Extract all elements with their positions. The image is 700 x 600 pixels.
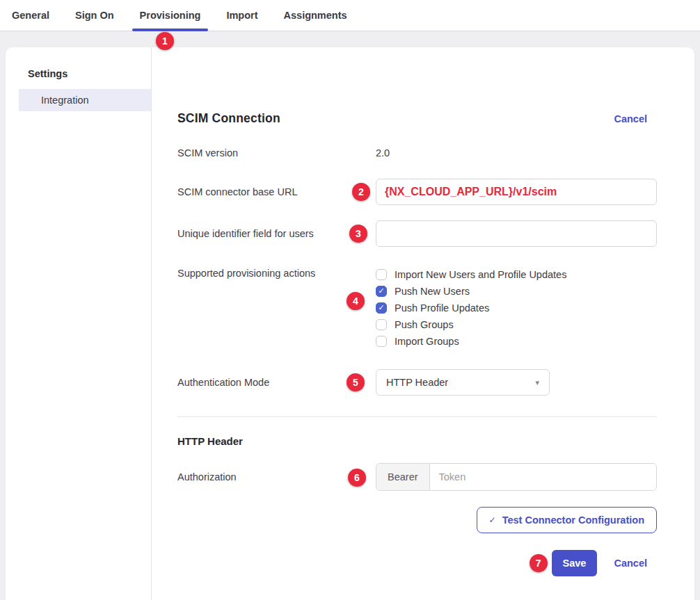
scim-version-value: 2.0 — [376, 147, 390, 159]
checkbox-option-push-new-users[interactable]: Push New Users — [376, 283, 657, 300]
provisioning-actions-list: Import New Users and Profile Updates Pus… — [376, 266, 657, 350]
tab-sign-on[interactable]: Sign On — [75, 0, 114, 31]
token-input[interactable] — [430, 464, 656, 490]
http-header-section-title: HTTP Header — [177, 435, 657, 447]
checkbox-label: Import New Users and Profile Updates — [395, 269, 566, 280]
sidebar: Settings Integration — [6, 47, 152, 600]
annotation-badge-3: 3 — [349, 225, 367, 243]
base-url-input[interactable] — [376, 179, 657, 205]
checkbox-option-import-new-users-and-profile-updates[interactable]: Import New Users and Profile Updates — [376, 266, 657, 283]
checkbox-label: Push Groups — [395, 319, 454, 330]
unique-id-label: Unique identifier field for users — [177, 228, 376, 239]
tab-general[interactable]: General — [12, 0, 49, 31]
checkbox-option-import-groups[interactable]: Import Groups — [376, 333, 657, 350]
annotation-badge-5: 5 — [347, 373, 365, 391]
tab-label: Provisioning — [140, 10, 201, 21]
header-cancel-link[interactable]: Cancel — [614, 113, 647, 124]
app-tab-bar: General Sign On Provisioning Import Assi… — [0, 0, 700, 31]
bearer-prefix-label: Bearer — [376, 464, 430, 490]
test-connector-button-label: Test Connector Configuration — [502, 514, 644, 526]
settings-card: Settings Integration SCIM Connection Can… — [6, 47, 694, 600]
tab-assignments[interactable]: Assignments — [284, 0, 347, 31]
sidebar-section-heading: Settings — [6, 68, 151, 89]
tab-label: Assignments — [284, 10, 347, 21]
checkbox-label: Push New Users — [395, 286, 470, 297]
sidebar-item-integration[interactable]: Integration — [19, 89, 151, 111]
scim-version-label: SCIM version — [177, 147, 376, 159]
test-connector-configuration-button[interactable]: ✓ Test Connector Configuration — [477, 507, 657, 533]
page-title: SCIM Connection — [177, 111, 280, 126]
checkbox[interactable] — [376, 302, 387, 314]
checkbox[interactable] — [376, 269, 387, 280]
tab-provisioning[interactable]: Provisioning — [140, 0, 201, 31]
unique-id-input[interactable] — [376, 220, 657, 247]
tab-label: General — [12, 10, 49, 21]
checkbox[interactable] — [376, 336, 387, 347]
sidebar-list: Integration — [6, 89, 151, 111]
checkbox-label: Import Groups — [395, 336, 459, 347]
checkbox-label: Push Profile Updates — [395, 302, 489, 314]
annotation-badge-6: 6 — [348, 469, 366, 487]
tab-label: Import — [226, 10, 257, 21]
authorization-input-group: Bearer — [376, 463, 657, 491]
base-url-label: SCIM connector base URL — [177, 186, 376, 197]
tab-import[interactable]: Import — [226, 0, 257, 31]
chevron-down-icon: ▾ — [535, 378, 539, 387]
checkbox[interactable] — [376, 319, 387, 330]
provisioning-actions-label: Supported provisioning actions — [177, 266, 376, 279]
annotation-badge-1: 1 — [156, 32, 174, 50]
checkbox-option-push-groups[interactable]: Push Groups — [376, 316, 657, 333]
annotation-badge-4: 4 — [347, 292, 365, 310]
tab-label: Sign On — [75, 10, 114, 21]
authentication-mode-select[interactable]: HTTP Header ▾ — [376, 369, 550, 396]
annotation-badge-7: 7 — [530, 554, 548, 572]
save-button[interactable]: Save — [552, 550, 598, 576]
footer-cancel-link[interactable]: Cancel — [614, 558, 647, 569]
check-icon: ✓ — [489, 515, 496, 525]
checkbox[interactable] — [376, 286, 387, 297]
section-divider — [177, 416, 657, 417]
sidebar-item-label: Integration — [41, 95, 89, 106]
checkbox-option-push-profile-updates[interactable]: Push Profile Updates — [376, 300, 657, 316]
tab-list: General Sign On Provisioning Import Assi… — [12, 0, 347, 31]
annotation-badge-2: 2 — [352, 183, 370, 201]
scim-connection-form: SCIM Connection Cancel SCIM version 2.0 … — [152, 47, 694, 600]
selected-auth-mode: HTTP Header — [386, 377, 448, 388]
authorization-label: Authorization — [177, 471, 376, 483]
